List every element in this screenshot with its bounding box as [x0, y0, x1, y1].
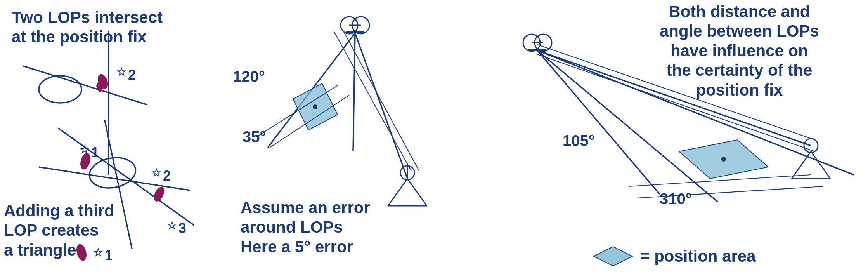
svg-marker-58 — [594, 247, 632, 266]
panel3-legend: = position area — [640, 247, 756, 266]
svg-point-53 — [721, 157, 726, 162]
svg-text:☆: ☆ — [151, 167, 161, 179]
svg-line-28 — [388, 179, 407, 206]
svg-text:☆: ☆ — [116, 66, 126, 78]
panel3-angle-310: 310° — [660, 190, 692, 208]
svg-point-0 — [39, 76, 81, 103]
panel3-heading: Both distance and angle between LOPs hav… — [660, 2, 819, 100]
panel1-adding-label: Adding a third LOP creates a triangle — [4, 201, 114, 260]
svg-line-30 — [407, 179, 427, 206]
panel2-caption: Assume an error around LOPs Here a 5° er… — [241, 198, 370, 257]
panel3-angle-105: 105° — [563, 132, 595, 150]
panel2-angle-120: 120° — [233, 68, 265, 85]
svg-text:2: 2 — [128, 67, 136, 83]
svg-text:2: 2 — [163, 168, 171, 184]
svg-line-38 — [334, 31, 411, 171]
svg-text:3: 3 — [178, 220, 186, 236]
panel1-heading: Two LOPs intersect at the position fix — [12, 8, 163, 47]
svg-point-16 — [152, 185, 166, 203]
svg-point-35 — [313, 104, 317, 109]
svg-line-39 — [343, 31, 419, 171]
main-container: ☆ 2 ☆ 1 ☆ 2 ☆ 3 ☆ 1 — [0, 0, 868, 280]
svg-line-33 — [355, 33, 407, 179]
panel2-angle-35: 35° — [243, 128, 266, 146]
svg-text:☆: ☆ — [167, 219, 177, 231]
